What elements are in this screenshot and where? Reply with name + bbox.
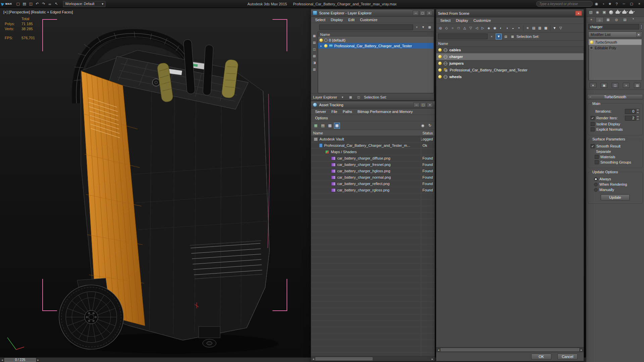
menu-edit[interactable]: Edit	[346, 18, 357, 22]
table-row[interactable]: car_battery_charger_fresnel.png Found	[311, 162, 435, 168]
tab-create[interactable]: +	[587, 17, 595, 22]
visibility-bulb-icon[interactable]	[438, 62, 442, 65]
menu-display[interactable]: Display	[453, 18, 471, 22]
scene-object-row-wheels[interactable]: wheels	[436, 73, 584, 80]
spinner-up-icon[interactable]: ▴	[636, 109, 640, 111]
filter-hidden-icon[interactable]: ◑	[504, 25, 510, 31]
sign-in-icon[interactable]: ◉	[594, 1, 599, 7]
filter-geometry-icon[interactable]: ◎	[438, 25, 443, 31]
menu-customize[interactable]: Customize	[357, 18, 380, 22]
open-file-icon[interactable]: ▤	[21, 1, 27, 7]
menu-select[interactable]: Select	[438, 18, 453, 22]
always-radio[interactable]	[594, 177, 598, 181]
layer-visibility-bulb-icon[interactable]	[324, 44, 328, 48]
undo-icon[interactable]: ↶	[34, 1, 40, 7]
tab-utilities[interactable]: *	[629, 17, 637, 22]
scroll-left-icon[interactable]: ◂	[436, 348, 441, 352]
tab-modify[interactable]: ⌂	[596, 17, 604, 22]
close-window-button[interactable]: ×	[636, 1, 643, 7]
visibility-bulb-icon[interactable]	[438, 75, 442, 78]
render-iters-value[interactable]: 2	[625, 116, 636, 121]
filter-containers-icon[interactable]: ◉	[492, 25, 498, 31]
time-slider-left-arrow[interactable]: ◂	[0, 358, 4, 362]
new-scene-icon[interactable]: ▢	[15, 1, 21, 7]
layers-icon[interactable]: ▤	[503, 34, 508, 39]
spinner-down-icon[interactable]: ▾	[636, 111, 640, 114]
workspace-dropdown[interactable]: Workspace: Default ▾	[63, 1, 105, 7]
scrollbar-thumb[interactable]	[441, 348, 579, 351]
configure-modifier-sets-icon[interactable]: ▤	[634, 83, 641, 88]
filter-groups-icon[interactable]: ◁	[474, 25, 480, 31]
menu-display[interactable]: Display	[328, 18, 346, 22]
save-file-icon[interactable]: ◫	[28, 1, 34, 7]
cancel-button[interactable]: Cancel	[557, 354, 578, 360]
layer-tool-icon-3[interactable]: ◫	[312, 47, 317, 52]
filter-lights-icon[interactable]: ○	[450, 25, 455, 31]
iterations-value[interactable]: 0	[625, 109, 636, 114]
layer-tool-icon-5[interactable]: ◨	[312, 60, 317, 65]
when-rendering-radio[interactable]	[594, 183, 598, 186]
restore-window-button[interactable]: ▢	[628, 1, 635, 7]
favorites-icon[interactable]: ★	[607, 1, 613, 7]
object-name-field[interactable]	[588, 24, 639, 29]
table-row[interactable]: car_battery_charger_hgloss.png Found	[311, 168, 435, 174]
render-iters-spinner[interactable]: 2 ▴ ▾	[625, 115, 640, 121]
layer-list-header[interactable]: Name	[318, 32, 434, 37]
scene-search-input[interactable]	[438, 34, 488, 39]
update-button[interactable]: Update	[601, 194, 630, 200]
asset-table-header[interactable]: Name Status	[311, 130, 435, 136]
minimize-button[interactable]: ─	[413, 102, 419, 107]
footer-icon-1[interactable]: ▦	[348, 95, 353, 100]
curve-editor-icon[interactable]: ◉	[595, 9, 600, 15]
filter-xrefs-icon[interactable]: ▷	[480, 25, 486, 31]
clear-search-icon[interactable]: ×	[414, 24, 419, 30]
viewport-3d-model[interactable]	[34, 13, 302, 357]
material-editor-icon[interactable]	[608, 9, 614, 15]
layer-row-selected[interactable]: ▸ Professional_Car_Battery_Charger_and_T…	[318, 43, 434, 49]
layer-tool-icon-4[interactable]: ▧	[312, 53, 317, 59]
tab-motion[interactable]: ◎	[612, 17, 621, 22]
asset-info-icon[interactable]: ◉	[420, 123, 426, 129]
rollout-collapse-icon[interactable]: −	[589, 95, 591, 99]
modifier-enabled-bulb-icon[interactable]	[590, 41, 593, 44]
time-slider-handle[interactable]: 0 / 225	[4, 358, 36, 362]
table-row[interactable]: car_battery_charger_normal.png Found	[311, 174, 435, 181]
manually-radio[interactable]	[594, 188, 598, 192]
scene-list-header[interactable]: Name	[436, 41, 584, 47]
name-column-header[interactable]: Name	[311, 130, 421, 136]
spinner-up-icon[interactable]: ▴	[636, 115, 640, 118]
maximize-button[interactable]: ▢	[419, 10, 426, 15]
filter-helpers-icon[interactable]: △	[462, 25, 467, 31]
tab-display[interactable]: ▤	[621, 17, 629, 22]
visibility-bulb-icon[interactable]	[438, 68, 442, 72]
redo-icon[interactable]: ↷	[41, 1, 46, 7]
stack-item-editable-poly[interactable]: Editable Poly	[589, 45, 642, 51]
filter-funnel-icon[interactable]: ▼	[420, 24, 426, 30]
layer-row-default[interactable]: 0 (default)	[318, 37, 434, 43]
make-unique-icon[interactable]: ◫	[612, 83, 618, 88]
smooth-result-checkbox[interactable]: ✓	[591, 144, 595, 148]
explorer-mode-dropdown[interactable]: Layer Explorer	[313, 95, 337, 99]
ok-button[interactable]: OK	[531, 354, 551, 360]
stack-item-turbosmooth[interactable]: TurboSmooth	[589, 39, 642, 45]
layer-tool-icon-6[interactable]: ▥	[312, 67, 317, 72]
close-button[interactable]: ×	[427, 102, 433, 107]
layer-manager-icon[interactable]: ▧	[588, 9, 594, 15]
footer-icon-2[interactable]: ◫	[356, 95, 361, 100]
smoothing-groups-checkbox[interactable]	[595, 160, 599, 164]
filter-frozen-icon[interactable]: ◐	[498, 25, 504, 31]
filter-materials-icon[interactable]: ◒	[510, 25, 516, 31]
menu-select[interactable]: Select	[312, 18, 328, 22]
filter-controllers-icon[interactable]: ◓	[516, 25, 522, 31]
close-button[interactable]: ×	[575, 11, 582, 16]
menu-options[interactable]: Options	[312, 116, 331, 120]
scroll-right-icon[interactable]: ▸	[430, 357, 435, 361]
asset-refresh-icon[interactable]: ↻	[427, 123, 433, 129]
scene-object-row-charger[interactable]: charger	[436, 53, 584, 60]
table-row[interactable]: car_battery_charger_diffuse.png Found	[311, 155, 435, 162]
pin-stack-icon[interactable]: ▾	[590, 83, 596, 88]
schematic-view-icon[interactable]: ▣	[601, 9, 607, 15]
filter-cameras-icon[interactable]: □	[456, 25, 461, 31]
clear-search-icon[interactable]: ×	[489, 34, 494, 39]
select-from-scene-titlebar[interactable]: Select From Scene ×	[436, 9, 584, 17]
